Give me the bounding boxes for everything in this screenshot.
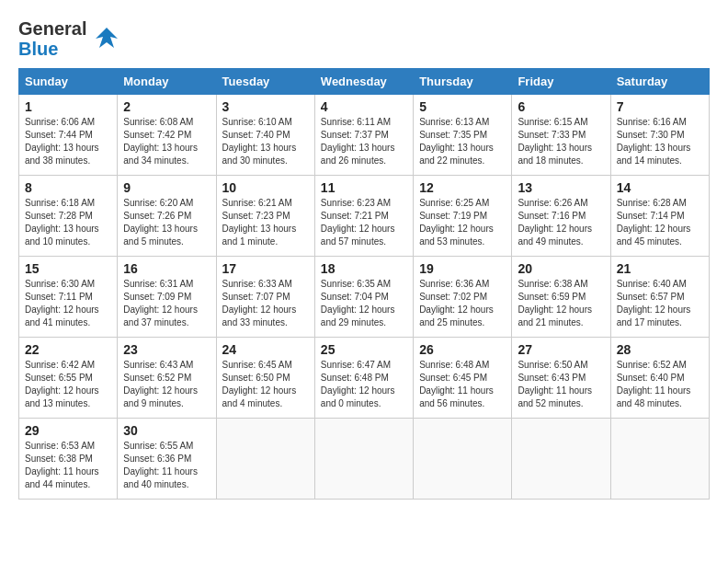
day-info: Sunrise: 6:53 AM Sunset: 6:38 PM Dayligh… [25,440,111,491]
day-number: 6 [518,99,604,114]
calendar-cell: 9Sunrise: 6:20 AM Sunset: 7:26 PM Daylig… [118,176,216,257]
calendar-cell [610,419,709,500]
calendar-cell: 27Sunrise: 6:50 AM Sunset: 6:43 PM Dayli… [512,338,610,419]
day-number: 29 [25,423,111,438]
calendar-cell: 30Sunrise: 6:55 AM Sunset: 6:36 PM Dayli… [118,419,216,500]
day-info: Sunrise: 6:50 AM Sunset: 6:43 PM Dayligh… [518,359,604,410]
day-number: 27 [518,342,604,357]
day-info: Sunrise: 6:31 AM Sunset: 7:09 PM Dayligh… [123,278,210,329]
day-info: Sunrise: 6:25 AM Sunset: 7:19 PM Dayligh… [419,197,506,248]
calendar-cell: 10Sunrise: 6:21 AM Sunset: 7:23 PM Dayli… [216,176,314,257]
day-number: 2 [123,99,210,114]
week-row-1: 1Sunrise: 6:06 AM Sunset: 7:44 PM Daylig… [19,95,710,176]
calendar-header: SundayMondayTuesdayWednesdayThursdayFrid… [19,69,710,95]
calendar-cell [314,419,413,500]
day-info: Sunrise: 6:52 AM Sunset: 6:40 PM Dayligh… [617,359,703,410]
column-header-sunday: Sunday [19,69,118,95]
calendar-cell: 2Sunrise: 6:08 AM Sunset: 7:42 PM Daylig… [118,95,216,176]
calendar-cell: 24Sunrise: 6:45 AM Sunset: 6:50 PM Dayli… [216,338,314,419]
calendar-cell: 23Sunrise: 6:43 AM Sunset: 6:52 PM Dayli… [118,338,216,419]
day-number: 26 [419,342,506,357]
calendar-cell: 19Sunrise: 6:36 AM Sunset: 7:02 PM Dayli… [414,257,512,338]
day-number: 14 [617,180,703,195]
day-number: 1 [25,99,111,114]
day-info: Sunrise: 6:20 AM Sunset: 7:26 PM Dayligh… [123,197,210,248]
day-info: Sunrise: 6:18 AM Sunset: 7:28 PM Dayligh… [25,197,111,248]
day-number: 7 [617,99,703,114]
day-info: Sunrise: 6:47 AM Sunset: 6:48 PM Dayligh… [321,359,407,410]
day-info: Sunrise: 6:48 AM Sunset: 6:45 PM Dayligh… [419,359,506,410]
column-header-saturday: Saturday [610,69,709,95]
calendar-cell: 3Sunrise: 6:10 AM Sunset: 7:40 PM Daylig… [216,95,314,176]
calendar-cell: 18Sunrise: 6:35 AM Sunset: 7:04 PM Dayli… [314,257,413,338]
day-info: Sunrise: 6:42 AM Sunset: 6:55 PM Dayligh… [25,359,111,410]
calendar-cell: 12Sunrise: 6:25 AM Sunset: 7:19 PM Dayli… [414,176,512,257]
day-info: Sunrise: 6:23 AM Sunset: 7:21 PM Dayligh… [321,197,407,248]
day-number: 22 [25,342,111,357]
day-info: Sunrise: 6:55 AM Sunset: 6:36 PM Dayligh… [123,440,210,491]
calendar-cell [216,419,314,500]
day-info: Sunrise: 6:35 AM Sunset: 7:04 PM Dayligh… [321,278,407,329]
column-header-friday: Friday [512,69,610,95]
week-row-5: 29Sunrise: 6:53 AM Sunset: 6:38 PM Dayli… [19,419,710,500]
calendar-cell: 8Sunrise: 6:18 AM Sunset: 7:28 PM Daylig… [19,176,118,257]
calendar-cell: 22Sunrise: 6:42 AM Sunset: 6:55 PM Dayli… [19,338,118,419]
logo-text: GeneralBlue [18,18,86,59]
day-info: Sunrise: 6:15 AM Sunset: 7:33 PM Dayligh… [518,116,604,167]
day-info: Sunrise: 6:10 AM Sunset: 7:40 PM Dayligh… [222,116,309,167]
calendar-cell: 28Sunrise: 6:52 AM Sunset: 6:40 PM Dayli… [610,338,709,419]
column-header-wednesday: Wednesday [314,69,413,95]
day-number: 17 [222,261,309,276]
calendar-cell: 6Sunrise: 6:15 AM Sunset: 7:33 PM Daylig… [512,95,610,176]
day-info: Sunrise: 6:28 AM Sunset: 7:14 PM Dayligh… [617,197,703,248]
calendar-cell [512,419,610,500]
calendar-cell: 29Sunrise: 6:53 AM Sunset: 6:38 PM Dayli… [19,419,118,500]
calendar-cell: 25Sunrise: 6:47 AM Sunset: 6:48 PM Dayli… [314,338,413,419]
calendar-cell: 26Sunrise: 6:48 AM Sunset: 6:45 PM Dayli… [414,338,512,419]
day-info: Sunrise: 6:11 AM Sunset: 7:37 PM Dayligh… [321,116,407,167]
day-number: 5 [419,99,506,114]
week-row-2: 8Sunrise: 6:18 AM Sunset: 7:28 PM Daylig… [19,176,710,257]
logo: GeneralBlue [18,18,123,59]
day-number: 20 [518,261,604,276]
calendar-cell [414,419,512,500]
day-info: Sunrise: 6:21 AM Sunset: 7:23 PM Dayligh… [222,197,309,248]
day-number: 18 [321,261,407,276]
calendar-cell: 17Sunrise: 6:33 AM Sunset: 7:07 PM Dayli… [216,257,314,338]
calendar-cell: 5Sunrise: 6:13 AM Sunset: 7:35 PM Daylig… [414,95,512,176]
day-number: 25 [321,342,407,357]
calendar-cell: 14Sunrise: 6:28 AM Sunset: 7:14 PM Dayli… [610,176,709,257]
day-info: Sunrise: 6:45 AM Sunset: 6:50 PM Dayligh… [222,359,309,410]
week-row-3: 15Sunrise: 6:30 AM Sunset: 7:11 PM Dayli… [19,257,710,338]
calendar-table: SundayMondayTuesdayWednesdayThursdayFrid… [18,68,710,500]
day-info: Sunrise: 6:26 AM Sunset: 7:16 PM Dayligh… [518,197,604,248]
calendar-cell: 7Sunrise: 6:16 AM Sunset: 7:30 PM Daylig… [610,95,709,176]
day-number: 23 [123,342,210,357]
calendar-cell: 20Sunrise: 6:38 AM Sunset: 6:59 PM Dayli… [512,257,610,338]
day-number: 13 [518,180,604,195]
day-info: Sunrise: 6:08 AM Sunset: 7:42 PM Dayligh… [123,116,210,167]
calendar-cell: 4Sunrise: 6:11 AM Sunset: 7:37 PM Daylig… [314,95,413,176]
day-info: Sunrise: 6:06 AM Sunset: 7:44 PM Dayligh… [25,116,111,167]
day-number: 21 [617,261,703,276]
day-number: 19 [419,261,506,276]
week-row-4: 22Sunrise: 6:42 AM Sunset: 6:55 PM Dayli… [19,338,710,419]
day-number: 10 [222,180,309,195]
day-number: 16 [123,261,210,276]
day-number: 9 [123,180,210,195]
day-number: 24 [222,342,309,357]
calendar-cell: 16Sunrise: 6:31 AM Sunset: 7:09 PM Dayli… [118,257,216,338]
day-number: 8 [25,180,111,195]
day-number: 28 [617,342,703,357]
day-number: 30 [123,423,210,438]
column-header-thursday: Thursday [414,69,512,95]
day-info: Sunrise: 6:38 AM Sunset: 6:59 PM Dayligh… [518,278,604,329]
day-info: Sunrise: 6:40 AM Sunset: 6:57 PM Dayligh… [617,278,703,329]
calendar-cell: 13Sunrise: 6:26 AM Sunset: 7:16 PM Dayli… [512,176,610,257]
day-info: Sunrise: 6:30 AM Sunset: 7:11 PM Dayligh… [25,278,111,329]
day-number: 12 [419,180,506,195]
column-header-tuesday: Tuesday [216,69,314,95]
calendar-cell: 1Sunrise: 6:06 AM Sunset: 7:44 PM Daylig… [19,95,118,176]
logo-bird-icon [90,22,123,55]
day-info: Sunrise: 6:16 AM Sunset: 7:30 PM Dayligh… [617,116,703,167]
